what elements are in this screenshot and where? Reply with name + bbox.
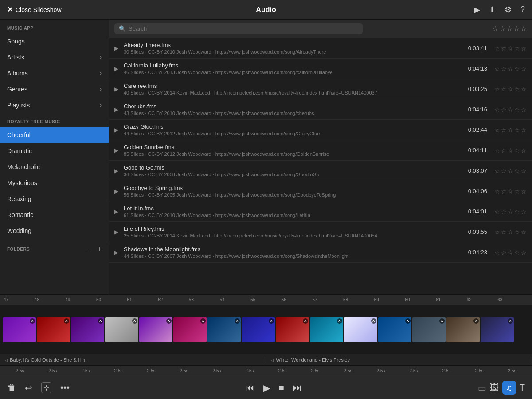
more-button[interactable]: ••• [60,383,70,393]
select-button[interactable]: ⊹ [41,382,51,393]
star-icon[interactable]: ☆ [508,147,513,154]
play-icon[interactable]: ▶ [474,5,480,15]
filmstrip-thumbnail[interactable]: ✕ [344,317,377,342]
settings-icon[interactable]: ⚙ [505,5,512,15]
track-row[interactable]: ▶ Cherubs.fms 43 Slides · CC-BY 2010 Jos… [109,99,532,120]
filmstrip-thumbnail[interactable]: ✕ [173,317,207,342]
star-icon[interactable]: ☆ [514,126,520,134]
sidebar-item-melancholic[interactable]: Melancholic [0,159,109,175]
track-row[interactable]: ▶ Life of Riley.fms 25 Slides · CC-BY 20… [109,222,532,242]
remove-thumb-button[interactable]: ✕ [269,318,274,324]
star-icon[interactable]: ☆ [508,167,513,174]
filmstrip-thumbnail[interactable]: ✕ [139,317,172,342]
sidebar-item-wedding[interactable]: Wedding [0,223,109,239]
sidebar-item-relaxing[interactable]: Relaxing [0,191,109,207]
star-icon[interactable]: ☆ [521,188,527,195]
star-icon[interactable]: ☆ [494,65,500,72]
filmstrip-thumbnail[interactable]: ✕ [310,317,343,342]
track-row[interactable]: ▶ Let It In.fms 61 Slides · CC-BY 2010 J… [109,201,532,222]
text-view-button[interactable]: T [520,383,525,393]
star-icon[interactable]: ☆ [508,126,513,134]
filmstrip-thumbnail[interactable]: ✕ [37,317,70,342]
sidebar-item-genres[interactable]: Genres › [0,81,109,97]
filmstrip-thumbnail[interactable]: ✕ [3,317,36,342]
star-icon[interactable]: ☆ [521,249,527,256]
remove-thumb-button[interactable]: ✕ [132,318,137,324]
star-icon[interactable]: ☆ [521,45,527,52]
skip-back-button[interactable]: ⏮ [246,383,254,393]
remove-thumb-button[interactable]: ✕ [508,318,513,324]
sidebar-item-romantic[interactable]: Romantic [0,207,109,223]
sidebar-item-dramatic[interactable]: Dramatic [0,143,109,159]
star-icon[interactable]: ☆ [508,106,513,113]
play-track-button[interactable]: ▶ [114,86,118,92]
star-icon[interactable]: ☆ [494,188,500,195]
star-icon[interactable]: ☆ [514,188,520,195]
track-row[interactable]: ▶ California Lullaby.fms 46 Slides · CC-… [109,59,532,79]
star-icon[interactable]: ☆ [501,229,507,236]
sidebar-item-songs[interactable]: Songs [0,33,109,49]
help-icon[interactable]: ? [520,5,525,14]
star-icon[interactable]: ☆ [494,208,500,215]
timeline-view-button[interactable]: ▭ [478,383,486,393]
star-icon[interactable]: ☆ [494,126,500,134]
star-icon[interactable]: ☆ [508,188,513,195]
star-icon[interactable]: ☆ [521,65,527,72]
star-icon[interactable]: ☆ [494,229,500,236]
play-track-button[interactable]: ▶ [114,249,118,256]
remove-thumb-button[interactable]: ✕ [405,318,411,324]
star-icon[interactable]: ☆ [501,208,507,215]
star-icon[interactable]: ☆ [494,45,500,52]
sidebar-item-playlists[interactable]: Playlists › [0,97,109,113]
remove-thumb-button[interactable]: ✕ [30,318,35,324]
search-input-wrap[interactable]: 🔍 [114,23,363,34]
remove-thumb-button[interactable]: ✕ [303,318,308,324]
star-icon[interactable]: ☆ [521,86,527,93]
star-icon[interactable]: ☆ [494,86,500,93]
remove-folder-button[interactable]: − [88,245,92,253]
star-icon[interactable]: ☆ [494,147,500,154]
star-icon[interactable]: ☆ [514,208,520,215]
undo-button[interactable]: ↩ [25,383,32,393]
play-track-button[interactable]: ▶ [114,188,118,194]
sidebar-item-albums[interactable]: Albums › [0,65,109,81]
search-input[interactable] [129,25,358,32]
play-track-button[interactable]: ▶ [114,209,118,215]
star-icon[interactable]: ☆ [501,147,507,154]
filmstrip-thumbnail[interactable]: ✕ [105,317,138,342]
sidebar-item-mysterious[interactable]: Mysterious [0,175,109,191]
star-icon[interactable]: ☆ [494,249,500,256]
star-icon[interactable]: ☆ [501,167,507,174]
filmstrip-thumbnail[interactable]: ✕ [207,317,241,342]
play-track-button[interactable]: ▶ [114,127,118,133]
track-row[interactable]: ▶ Golden Sunrise.fms 85 Slides · CC-BY 2… [109,140,532,161]
sidebar-item-artists[interactable]: Artists › [0,49,109,65]
play-track-button[interactable]: ▶ [114,168,118,174]
remove-thumb-button[interactable]: ✕ [64,318,69,324]
remove-thumb-button[interactable]: ✕ [235,318,240,324]
close-slideshow-button[interactable]: ✕ Close Slideshow [7,5,62,14]
star-icon[interactable]: ☆ [501,86,507,93]
star-icon[interactable]: ☆ [514,249,520,256]
add-folder-button[interactable]: + [98,245,102,253]
audio-view-button[interactable]: ♫ [502,381,516,395]
star-icon[interactable]: ☆ [521,147,527,154]
star-icon[interactable]: ☆ [508,208,513,215]
star-icon[interactable]: ☆ [521,167,527,174]
stop-button[interactable]: ■ [279,383,284,393]
star-icon[interactable]: ☆ [521,106,527,113]
remove-thumb-button[interactable]: ✕ [439,318,445,324]
play-track-button[interactable]: ▶ [114,107,118,113]
remove-thumb-button[interactable]: ✕ [371,318,376,324]
star-icon[interactable]: ☆ [501,106,507,113]
star-icon[interactable]: ☆ [508,86,513,93]
sidebar-item-cheerful[interactable]: Cheerful [0,127,109,143]
star-icon[interactable]: ☆ [514,45,520,52]
track-row[interactable]: ▶ Already There.fms 30 Slides · CC-BY 20… [109,38,532,59]
filmstrip-thumbnail[interactable]: ✕ [71,317,104,342]
star-icon[interactable]: ☆ [514,167,520,174]
photo-view-button[interactable]: 🖼 [490,383,499,393]
star-icon[interactable]: ☆ [494,167,500,174]
track-row[interactable]: ▶ Goodbye to Spring.fms 56 Slides · CC-B… [109,181,532,201]
star-icon[interactable]: ☆ [508,45,513,52]
